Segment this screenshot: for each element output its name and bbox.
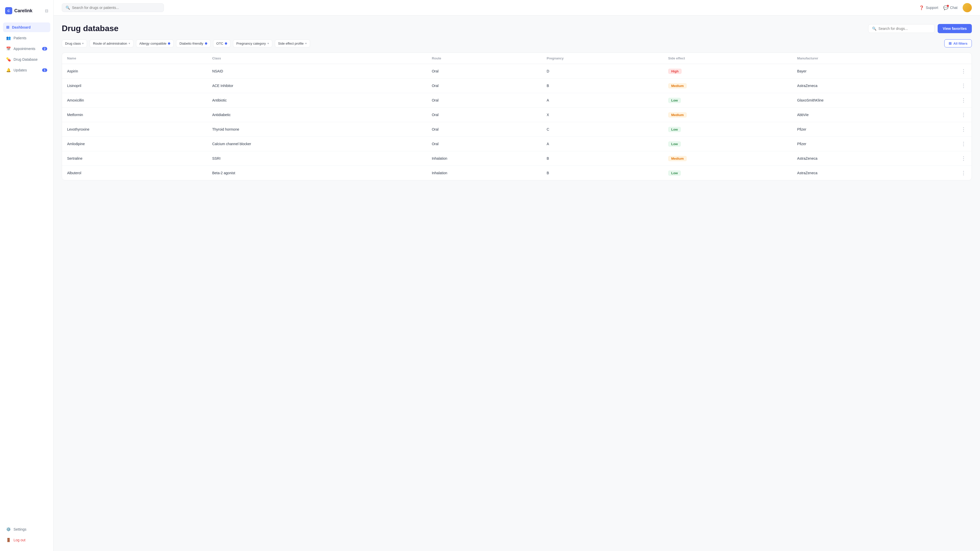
filter-otc-label: OTC [216, 41, 223, 45]
sidebar-item-appointments[interactable]: 📅 Appointments 2 [3, 44, 50, 54]
cell-class: Thyroid hormone [207, 122, 427, 137]
cell-menu[interactable]: ⋮ [956, 93, 972, 108]
sidebar-item-dashboard[interactable]: ⊞ Dashboard [3, 22, 50, 32]
cell-manufacturer: AstraZeneca [792, 151, 956, 166]
cell-route: Oral [427, 137, 542, 151]
cell-menu[interactable]: ⋮ [956, 64, 972, 79]
cell-pregnancy: B [542, 166, 663, 180]
cell-menu[interactable]: ⋮ [956, 137, 972, 151]
filter-otc[interactable]: OTC [213, 40, 231, 48]
filter-route-chevron: ▾ [129, 42, 130, 45]
cell-class: Antidiabetic [207, 108, 427, 122]
sidebar-label-updates: Updates [14, 68, 27, 72]
cell-side-effect: Low [663, 137, 792, 151]
patients-icon: 👥 [6, 36, 11, 40]
logo-text: Carelink [14, 8, 32, 14]
cell-side-effect: Medium [663, 108, 792, 122]
cell-route: Oral [427, 64, 542, 79]
support-button[interactable]: ❓ Support [919, 5, 938, 10]
cell-name: Amoxicillin [62, 93, 207, 108]
cell-pregnancy: A [542, 93, 663, 108]
header-right: ❓ Support 💬 Chat [919, 3, 972, 12]
cell-name: Albuterol [62, 166, 207, 180]
sidebar-collapse-icon[interactable]: ⊟ [45, 8, 48, 13]
side-effect-badge: Low [668, 170, 681, 176]
sidebar-label-patients: Patients [14, 36, 27, 40]
cell-manufacturer: AstraZeneca [792, 79, 956, 93]
chat-button[interactable]: 💬 Chat [943, 5, 958, 10]
sidebar-item-logout[interactable]: 🚪 Log out [3, 535, 50, 545]
cell-menu[interactable]: ⋮ [956, 79, 972, 93]
filter-pregnancy-chevron: ▾ [267, 42, 269, 45]
table-row: Lisinopril ACE Inhibitor Oral B Medium A… [62, 79, 972, 93]
cell-menu[interactable]: ⋮ [956, 108, 972, 122]
logout-icon: 🚪 [6, 538, 11, 542]
cell-menu[interactable]: ⋮ [956, 166, 972, 180]
sidebar-item-drug-database[interactable]: 💊 Drug Database [3, 55, 50, 64]
cell-name: Amlodipine [62, 137, 207, 151]
cell-route: Oral [427, 79, 542, 93]
global-search-bar[interactable]: 🔍 [62, 3, 164, 12]
updates-badge: 1 [42, 68, 47, 72]
cell-side-effect: Low [663, 166, 792, 180]
sidebar: C Carelink ⊟ ⊞ Dashboard 👥 Patients 📅 Ap… [0, 0, 54, 551]
col-class: Class [207, 53, 427, 64]
col-name: Name [62, 53, 207, 64]
settings-icon: ⚙️ [6, 527, 11, 532]
drug-search-bar[interactable]: 🔍 [868, 24, 935, 33]
filter-route[interactable]: Route of administration ▾ [89, 40, 134, 48]
side-effect-badge: Medium [668, 83, 687, 89]
filter-otc-dot [225, 42, 227, 44]
sidebar-item-settings[interactable]: ⚙️ Settings [3, 524, 50, 534]
col-side-effect: Side effect [663, 53, 792, 64]
support-label: Support [926, 6, 938, 10]
drug-database-icon: 💊 [6, 57, 11, 62]
main-area: 🔍 ❓ Support 💬 Chat Drug database [54, 0, 980, 551]
filter-diabetic-label: Diabetic-friendly [180, 41, 203, 45]
cell-class: NSAID [207, 64, 427, 79]
filter-drug-class[interactable]: Drug class ▾ [62, 40, 87, 48]
cell-side-effect: Medium [663, 151, 792, 166]
dashboard-icon: ⊞ [6, 25, 10, 30]
all-filters-icon: ⊞ [948, 41, 952, 45]
sidebar-label-logout: Log out [14, 538, 25, 542]
table-row: Amlodipine Calcium channel blocker Oral … [62, 137, 972, 151]
filter-allergy-dot [168, 42, 170, 44]
filter-side-effect[interactable]: Side effect profile ▾ [275, 40, 310, 48]
sidebar-label-appointments: Appointments [14, 47, 35, 51]
cell-class: Antibiotic [207, 93, 427, 108]
filter-side-effect-chevron: ▾ [305, 42, 307, 45]
chat-icon-wrap: 💬 [943, 5, 948, 10]
updates-icon: 🔔 [6, 68, 11, 73]
cell-class: Beta-2 agonist [207, 166, 427, 180]
logo-icon: C [5, 7, 12, 14]
cell-route: Inhalation [427, 166, 542, 180]
cell-name: Aspirin [62, 64, 207, 79]
table-row: Albuterol Beta-2 agonist Inhalation B Lo… [62, 166, 972, 180]
all-filters-button[interactable]: ⊞ All filters [944, 39, 972, 48]
filter-allergy[interactable]: Allergy compatible [136, 40, 173, 48]
view-favorites-button[interactable]: View favorites [938, 24, 972, 33]
cell-class: Calcium channel blocker [207, 137, 427, 151]
sidebar-label-dashboard: Dashboard [12, 25, 30, 29]
drug-search-input[interactable] [878, 27, 931, 30]
cell-pregnancy: C [542, 122, 663, 137]
sidebar-item-updates[interactable]: 🔔 Updates 1 [3, 65, 50, 75]
page-header: Drug database 🔍 View favorites [62, 24, 972, 33]
avatar[interactable] [963, 3, 972, 12]
filter-diabetic[interactable]: Diabetic-friendly [176, 40, 210, 48]
side-effect-badge: Low [668, 141, 681, 147]
cell-side-effect: Low [663, 122, 792, 137]
global-search-input[interactable] [72, 6, 160, 10]
cell-manufacturer: Pfizer [792, 137, 956, 151]
filter-pregnancy-label: Pregnancy category [236, 41, 266, 45]
support-icon: ❓ [919, 5, 924, 10]
cell-pregnancy: A [542, 137, 663, 151]
filter-drug-class-chevron: ▾ [82, 42, 84, 45]
cell-menu[interactable]: ⋮ [956, 122, 972, 137]
side-effect-badge: Low [668, 98, 681, 103]
filter-pregnancy[interactable]: Pregnancy category ▾ [233, 40, 272, 48]
sidebar-item-patients[interactable]: 👥 Patients [3, 33, 50, 43]
cell-menu[interactable]: ⋮ [956, 151, 972, 166]
filter-drug-class-label: Drug class [65, 41, 81, 45]
